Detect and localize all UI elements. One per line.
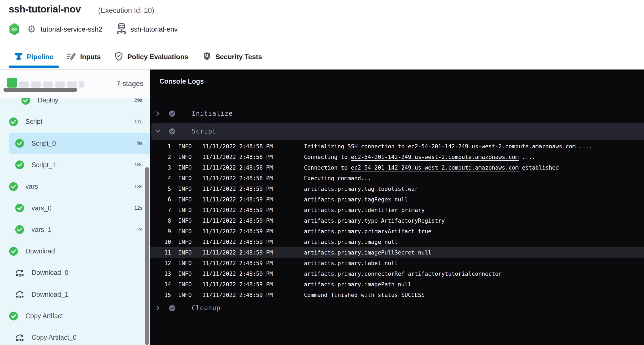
stage-row[interactable]: vars_0 12s	[0, 197, 150, 219]
stage-duration: 12s	[134, 205, 142, 211]
log-message: artifacts.primary.tag todolist.war	[304, 184, 418, 194]
tab-inputs[interactable]: Inputs	[66, 45, 101, 68]
stage-row[interactable]: Download_1	[0, 284, 150, 305]
environment-icon	[116, 23, 127, 36]
log-timestamp: 11/11/2022 2:48:58 PM	[202, 173, 273, 184]
log-timestamp: 11/11/2022 2:48:59 PM	[202, 215, 273, 226]
execution-id-label: (Execution Id: 10)	[98, 6, 154, 15]
log-line-number: 4	[150, 173, 171, 184]
stage-row[interactable]: Script 17s	[0, 111, 150, 132]
console-logs-panel: Console Logs Initialize Script 1 INFO 11…	[150, 70, 644, 345]
log-line-number: 15	[150, 290, 171, 300]
progress-segment	[55, 81, 65, 88]
log-level: INFO	[178, 162, 192, 173]
log-line-number: 13	[150, 269, 171, 279]
log-timestamp: 11/11/2022 2:48:58 PM	[202, 141, 273, 152]
log-level: INFO	[178, 269, 192, 279]
stage-status-icon	[15, 333, 24, 342]
log-row: 1 INFO 11/11/2022 2:48:58 PM Initializin…	[150, 141, 644, 152]
stage-row[interactable]: vars 13s	[0, 176, 150, 197]
host-link[interactable]: ec2-54-201-142-249.us-west-2.compute.ama…	[351, 154, 519, 160]
log-line-number: 8	[150, 215, 171, 226]
host-link[interactable]: ec2-54-201-142-249.us-west-2.compute.ama…	[351, 165, 519, 171]
stage-row[interactable]: Script_0 9s	[0, 133, 150, 154]
stage-row[interactable]: Copy Artifact_0	[0, 327, 150, 345]
stage-status-icon	[9, 182, 18, 191]
tab-security-tests[interactable]: Security Tests	[203, 45, 262, 68]
log-row: 14 INFO 11/11/2022 2:48:59 PM artifacts.…	[150, 279, 644, 290]
security-shield-icon	[203, 52, 211, 62]
chevron-right-icon[interactable]	[155, 305, 160, 311]
log-line-number: 2	[150, 152, 171, 162]
console-section-initialize[interactable]: Initialize	[150, 108, 644, 119]
console-section-cleanup[interactable]: Cleanup	[150, 303, 644, 314]
log-line-number: 5	[150, 184, 171, 194]
stage-label: Script	[25, 118, 42, 126]
stage-row[interactable]: vars_1 2s	[0, 219, 150, 240]
progress-segment	[7, 78, 17, 88]
inputs-icon	[66, 52, 76, 62]
log-line-number: 6	[150, 194, 171, 205]
stage-row[interactable]: Download_0	[0, 262, 150, 283]
log-level: INFO	[178, 279, 192, 290]
stage-progress-bar	[7, 70, 84, 88]
log-row: 15 INFO 11/11/2022 2:48:59 PM Command fi…	[150, 290, 644, 300]
sidebar-scrollbar-thumb[interactable]	[145, 167, 149, 345]
log-row: 5 INFO 11/11/2022 2:48:59 PM artifacts.p…	[150, 184, 644, 194]
environment-name[interactable]: ssh-tutorial-env	[130, 25, 178, 33]
log-line-number: 12	[150, 258, 171, 269]
app-header: ssh-tutorial-nov (Execution Id: 10) ∞ ⚙ …	[0, 0, 644, 45]
tab-pipeline[interactable]: Pipeline	[15, 45, 53, 68]
progress-segment	[19, 81, 29, 88]
log-message: Executing command...	[304, 173, 371, 184]
log-timestamp: 11/11/2022 2:48:59 PM	[202, 258, 273, 269]
stage-status-icon	[15, 268, 24, 277]
stage-status-icon	[15, 204, 24, 213]
log-message: artifacts.primary.tagRegex null	[304, 194, 408, 205]
stage-row[interactable]: Deploy 29s	[0, 98, 150, 111]
stage-row-highlight	[9, 262, 150, 283]
log-row: 4 INFO 11/11/2022 2:48:58 PM Executing c…	[150, 173, 644, 184]
log-row: 11 INFO 11/11/2022 2:48:59 PM artifacts.…	[150, 247, 644, 258]
log-row: 13 INFO 11/11/2022 2:48:59 PM artifacts.…	[150, 269, 644, 279]
host-link[interactable]: ec2-54-201-142-249.us-west-2.compute.ama…	[408, 143, 576, 150]
stage-row-highlight	[9, 327, 150, 345]
log-message: artifacts.primary.primaryArtifact true	[304, 226, 431, 237]
stage-label: Download	[25, 247, 55, 255]
stage-duration: 17s	[134, 119, 142, 125]
stages-sidebar: 7 stages Deploy 29s	[0, 70, 150, 345]
page-title: ssh-tutorial-nov	[9, 4, 81, 15]
log-message: Connection to ec2-54-201-142-249.us-west…	[304, 162, 559, 173]
cd-pipeline-icon: ∞	[9, 23, 20, 35]
log-message: artifacts.primary.connectorRef artifacto…	[304, 269, 502, 279]
section-label: Script	[192, 128, 216, 135]
stage-duration: 9s	[137, 140, 142, 146]
log-message: artifacts.primary.identifier primary	[304, 205, 425, 215]
tab-policy-evaluations-label: Policy Evaluations	[127, 53, 188, 61]
log-timestamp: 11/11/2022 2:48:59 PM	[202, 194, 273, 205]
log-level: INFO	[178, 205, 192, 215]
horizontal-scrollbar-thumb[interactable]	[3, 88, 77, 92]
active-tab-underline	[9, 66, 59, 68]
console-section-script[interactable]: Script	[150, 126, 644, 137]
stage-row[interactable]: Script_1 16s	[0, 154, 150, 176]
log-level: INFO	[178, 290, 192, 300]
tab-policy-evaluations[interactable]: Policy Evaluations	[115, 45, 188, 68]
stage-row[interactable]: Copy Artifact	[0, 305, 150, 327]
log-timestamp: 11/11/2022 2:48:58 PM	[202, 152, 273, 162]
chevron-down-icon[interactable]	[155, 129, 160, 134]
chevron-right-icon[interactable]	[155, 111, 160, 116]
tab-pipeline-label: Pipeline	[27, 53, 53, 61]
log-timestamp: 11/11/2022 2:48:59 PM	[202, 184, 273, 194]
section-success-icon	[169, 110, 175, 117]
log-level: INFO	[178, 226, 192, 237]
stage-label: Copy Artifact_0	[32, 334, 77, 341]
console-divider	[150, 95, 644, 95]
stage-label: Deploy	[38, 98, 58, 104]
log-message: artifacts.primary.imagePath null	[304, 279, 411, 290]
service-name[interactable]: tutorial-service-ssh2	[41, 25, 102, 33]
stage-status-icon	[15, 225, 24, 234]
log-level: INFO	[178, 194, 192, 205]
tab-security-tests-label: Security Tests	[215, 53, 262, 61]
stage-row[interactable]: Download	[0, 240, 150, 262]
